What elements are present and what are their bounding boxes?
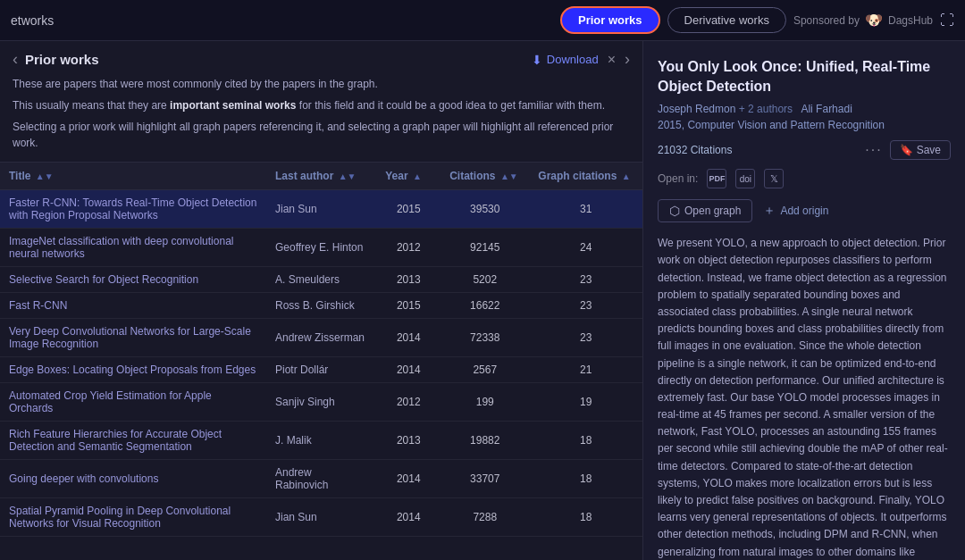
panel-title: Prior works — [25, 52, 99, 67]
table-container: Title ▲▼ Last author ▲▼ Year ▲ Citatio — [0, 163, 642, 560]
cell-title: Edge Boxes: Locating Object Proposals fr… — [0, 357, 266, 383]
cell-author: J. Malik — [266, 422, 376, 460]
cell-author: Geoffrey E. Hinton — [266, 229, 376, 267]
cell-year: 2014 — [376, 460, 441, 498]
cell-citations: 72338 — [441, 319, 529, 357]
panel-desc-3: Selecting a prior work will highlight al… — [13, 119, 630, 156]
cell-graph-citations: 19 — [529, 383, 642, 422]
nav-right-arrow[interactable]: › — [625, 50, 630, 69]
cell-citations: 2567 — [441, 357, 529, 383]
cell-year: 2015 — [376, 293, 441, 319]
graph-icon: ⬡ — [669, 204, 680, 218]
cell-author: Jian Sun — [266, 498, 376, 537]
cell-title: Automated Crop Yield Estimation for Appl… — [0, 383, 266, 422]
table-row[interactable]: Faster R-CNN: Towards Real-Time Object D… — [0, 190, 642, 229]
panel-header: ‹ Prior works ⬇ Download × › These are p… — [0, 41, 642, 163]
cell-title: Very Deep Convolutional Networks for Lar… — [0, 319, 266, 357]
cell-citations: 7288 — [441, 498, 529, 537]
cell-graph-citations: 21 — [529, 357, 642, 383]
cell-graph-citations: 18 — [529, 498, 642, 537]
cell-title: ImageNet classification with deep convol… — [0, 229, 266, 267]
col-graph-citations[interactable]: Graph citations ▲ — [529, 163, 642, 190]
cell-citations: 19882 — [441, 422, 529, 460]
col-citations[interactable]: Citations ▲▼ — [441, 163, 529, 190]
cell-citations: 92145 — [441, 229, 529, 267]
table-row[interactable]: Fast R-CNN Ross B. Girshick 2015 16622 2… — [0, 293, 642, 319]
table-header: Title ▲▼ Last author ▲▼ Year ▲ Citatio — [0, 163, 642, 190]
cell-citations: 5202 — [441, 267, 529, 293]
table-row[interactable]: Edge Boxes: Locating Object Proposals fr… — [0, 357, 642, 383]
table-row[interactable]: Selective Search for Object Recognition … — [0, 267, 642, 293]
close-button[interactable]: × — [608, 52, 616, 68]
table-row[interactable]: Very Deep Convolutional Networks for Lar… — [0, 319, 642, 357]
open-in-pdf-icon[interactable]: PDF — [707, 169, 726, 188]
cell-author: Andrew Zisserman — [266, 319, 376, 357]
download-icon: ⬇ — [532, 53, 542, 67]
cell-year: 2014 — [376, 357, 441, 383]
cell-title: Faster R-CNN: Towards Real-Time Object D… — [0, 190, 266, 229]
col-year[interactable]: Year ▲ — [376, 163, 441, 190]
plus-icon: ＋ — [763, 203, 776, 219]
cell-title: Rich Feature Hierarchies for Accurate Ob… — [0, 422, 266, 460]
cell-citations: 39530 — [441, 190, 529, 229]
nav-left-arrow[interactable]: ‹ — [13, 50, 18, 69]
expand-icon[interactable]: ⛶ — [940, 13, 954, 29]
panel-desc-1: These are papers that were most commonly… — [13, 76, 630, 97]
cell-title: Selective Search for Object Recognition — [0, 267, 266, 293]
cell-author: Ross B. Girshick — [266, 293, 376, 319]
table-row[interactable]: Spatial Pyramid Pooling in Deep Convolut… — [0, 498, 642, 537]
detail-panel: You Only Look Once: Unified, Real-Time O… — [643, 41, 965, 560]
paper-authors: Joseph Redmon + 2 authors Ali Farhadi — [658, 103, 951, 115]
cell-graph-citations: 18 — [529, 460, 642, 498]
cell-graph-citations: 31 — [529, 190, 642, 229]
paper-venue: 2015, Computer Vision and Pattern Recogn… — [658, 119, 951, 131]
actions-row: ⬡ Open graph ＋ Add origin — [658, 199, 951, 222]
cell-title: Fast R-CNN — [0, 293, 266, 319]
open-graph-button[interactable]: ⬡ Open graph — [658, 199, 752, 222]
cell-year: 2013 — [376, 422, 441, 460]
cell-citations: 33707 — [441, 460, 529, 498]
derivative-works-tab[interactable]: Derivative works — [667, 7, 786, 33]
open-in-row: Open in: PDF doi 𝕏 — [658, 169, 951, 188]
table-row[interactable]: Going deeper with convolutions Andrew Ra… — [0, 460, 642, 498]
more-options-button[interactable]: ··· — [865, 142, 882, 158]
cell-year: 2012 — [376, 383, 441, 422]
cell-year: 2014 — [376, 319, 441, 357]
panel-actions: ⬇ Download × › — [532, 50, 630, 69]
cell-graph-citations: 24 — [529, 229, 642, 267]
open-in-doi-icon[interactable]: doi — [735, 169, 755, 188]
prior-works-tab[interactable]: Prior works — [560, 6, 660, 34]
col-title[interactable]: Title ▲▼ — [0, 163, 266, 190]
cell-author: Jian Sun — [266, 190, 376, 229]
cell-author: A. Smeulders — [266, 267, 376, 293]
table-row[interactable]: Rich Feature Hierarchies for Accurate Ob… — [0, 422, 642, 460]
panel-desc-2: This usually means that they are importa… — [13, 97, 630, 119]
nav-title: etworks — [11, 13, 54, 28]
cell-graph-citations: 18 — [529, 422, 642, 460]
sponsored-label: Sponsored by 🐶 DagsHub — [793, 12, 933, 29]
col-last-author[interactable]: Last author ▲▼ — [266, 163, 376, 190]
abstract-text: We present YOLO, a new approach to objec… — [658, 235, 951, 560]
cell-year: 2014 — [376, 498, 441, 537]
table-row[interactable]: Automated Crop Yield Estimation for Appl… — [0, 383, 642, 422]
add-origin-button[interactable]: ＋ Add origin — [763, 203, 828, 219]
cell-graph-citations: 23 — [529, 267, 642, 293]
cell-citations: 199 — [441, 383, 529, 422]
cell-author: Andrew Rabinovich — [266, 460, 376, 498]
cell-author: Piotr Dollár — [266, 357, 376, 383]
top-nav: etworks Prior works Derivative works Spo… — [0, 0, 965, 41]
cell-title: Spatial Pyramid Pooling in Deep Convolut… — [0, 498, 266, 537]
cell-title: Going deeper with convolutions — [0, 460, 266, 498]
prior-works-panel: ‹ Prior works ⬇ Download × › These are p… — [0, 41, 643, 560]
cell-author: Sanjiv Singh — [266, 383, 376, 422]
download-button[interactable]: ⬇ Download — [532, 53, 599, 67]
table-row[interactable]: ImageNet classification with deep convol… — [0, 229, 642, 267]
main-layout: ‹ Prior works ⬇ Download × › These are p… — [0, 41, 965, 560]
save-button[interactable]: 🔖 Save — [890, 140, 951, 160]
cell-year: 2015 — [376, 190, 441, 229]
open-in-x-icon[interactable]: 𝕏 — [764, 169, 784, 188]
panel-title-row: ‹ Prior works ⬇ Download × › — [13, 50, 630, 69]
paper-title: You Only Look Once: Unified, Real-Time O… — [658, 57, 951, 96]
bookmark-icon: 🔖 — [900, 144, 913, 156]
table-body: Faster R-CNN: Towards Real-Time Object D… — [0, 190, 642, 537]
